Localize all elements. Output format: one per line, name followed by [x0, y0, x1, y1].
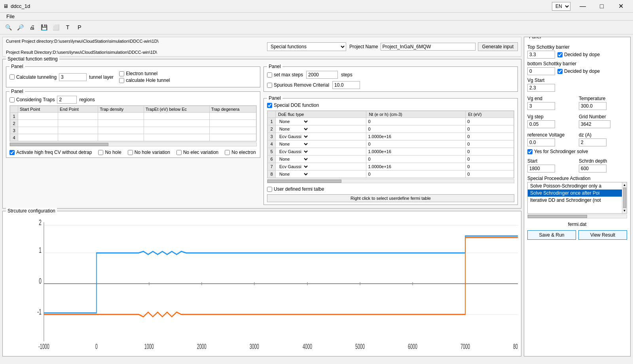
doe-nt-cell[interactable]: 0 — [366, 140, 466, 148]
no-hole-variation-checkbox[interactable] — [128, 150, 133, 155]
trap-deg-cell[interactable] — [209, 127, 256, 134]
no-electron-checkbox[interactable] — [225, 150, 230, 155]
calculate-tunneling-check[interactable]: Calculate tunneling — [9, 74, 57, 80]
doe-type-cell[interactable]: None Ecv Gaussi — [276, 118, 366, 125]
doe-nt-cell[interactable]: 1.0000e+16 — [366, 133, 466, 140]
doe-type-select[interactable]: None Ecv Gaussi — [277, 133, 309, 140]
doe-type-cell[interactable]: None Ecv Gaussi — [276, 133, 366, 140]
special-functions-dropdown[interactable]: Special functions — [267, 42, 346, 51]
minimize-button[interactable]: — — [574, 1, 592, 12]
electron-tunnel-checkbox[interactable] — [119, 71, 124, 76]
calc-hole-tunnel-checkbox[interactable] — [119, 78, 124, 83]
doe-type-cell[interactable]: None Ecv Gaussi — [276, 171, 366, 178]
scroll-up-icon[interactable]: ▲ — [623, 183, 626, 187]
start-point-cell[interactable] — [18, 127, 58, 134]
dz-input[interactable] — [579, 138, 606, 146]
proc-item-2[interactable]: Solve Schrodinger once after Poi — [528, 190, 627, 197]
start-point-cell[interactable] — [18, 113, 58, 120]
no-elec-variation-check[interactable]: No elec variation — [176, 150, 218, 155]
traps-regions-input[interactable] — [57, 96, 77, 104]
doe-type-select[interactable]: None Ecv Gaussi — [277, 118, 309, 125]
end-point-cell[interactable] — [58, 127, 98, 134]
spurious-check[interactable]: Spurious Remove Criterial — [267, 82, 329, 88]
doe-nt-cell[interactable]: 0 — [366, 118, 466, 125]
zoom-out-button[interactable]: 🔎 — [15, 22, 25, 32]
calculate-tunneling-checkbox[interactable] — [9, 74, 15, 80]
doe-nt-cell[interactable]: 0 — [366, 171, 466, 178]
tunnel-layer-input[interactable] — [59, 73, 87, 81]
doe-et-cell[interactable]: 0 — [466, 163, 514, 171]
electron-tunnel-check[interactable]: Electron tunnel — [119, 71, 170, 76]
trap-density-cell[interactable] — [98, 113, 144, 120]
doe-type-select[interactable]: None Ecv Gaussi — [277, 156, 309, 162]
view-result-button[interactable]: View Result — [578, 230, 627, 240]
considering-traps-checkbox[interactable] — [9, 97, 15, 102]
text-button[interactable]: T — [63, 22, 73, 32]
menu-file[interactable]: File — [3, 12, 18, 21]
trap-deg-cell[interactable] — [209, 113, 256, 120]
traps-scrollbar[interactable] — [9, 142, 257, 146]
project-name-input[interactable] — [381, 43, 476, 51]
user-fermi-check[interactable]: User defined fermi talbe — [267, 186, 324, 192]
procedure-listbox[interactable]: Solve Poisson-Schrodinger only a Solve S… — [527, 182, 627, 214]
doe-nt-cell[interactable]: 1.0000e+16 — [366, 163, 466, 171]
doe-nt-cell[interactable]: 1.0000e+16 — [366, 148, 466, 155]
schrodinger-check[interactable]: Yes for Schrodinger solve — [527, 149, 627, 154]
doe-type-select[interactable]: None Ecv Gaussi — [277, 171, 309, 177]
trap-et-cell[interactable] — [144, 127, 209, 134]
language-select[interactable]: EN — [552, 2, 570, 11]
no-hole-variation-check[interactable]: No hole variation — [128, 150, 170, 155]
bottom-schottky-input[interactable] — [527, 67, 555, 75]
proc-scrollbar-h[interactable] — [527, 214, 627, 218]
top-decided-check[interactable]: Decided by dope — [557, 52, 600, 57]
user-fermi-checkbox[interactable] — [267, 187, 272, 192]
doe-type-select[interactable]: None Ecv Gaussi — [277, 148, 309, 155]
trap-density-cell[interactable] — [98, 127, 144, 134]
doe-scrollbar[interactable] — [267, 179, 514, 183]
doe-type-cell[interactable]: None Ecv Gaussi — [276, 148, 366, 155]
view-button[interactable]: ⬜ — [51, 22, 61, 32]
considering-traps-check[interactable]: Considering Traps — [9, 97, 55, 102]
trap-et-cell[interactable] — [144, 113, 209, 120]
set-max-steps-checkbox[interactable] — [267, 72, 272, 78]
doe-et-cell[interactable]: 0 — [466, 171, 514, 178]
steps-input[interactable] — [306, 71, 338, 79]
save-run-button[interactable]: Save & Run — [527, 230, 576, 240]
doe-et-cell[interactable]: 0 — [466, 125, 514, 133]
special-doe-check[interactable]: Special DOE function — [267, 102, 514, 108]
proc-item-3[interactable]: Iterative DD and Schrodinger (not — [528, 197, 627, 204]
top-schottky-input[interactable] — [527, 51, 555, 59]
trap-density-cell[interactable] — [98, 134, 144, 141]
ref-voltage-input[interactable] — [527, 138, 555, 146]
activate-high-freq-check[interactable]: Activate high freq CV without detrap — [9, 150, 92, 155]
no-hole-checkbox[interactable] — [98, 150, 103, 155]
print-button[interactable]: 🖨 — [27, 22, 37, 32]
doe-type-cell[interactable]: None Ecv Gaussi — [276, 140, 366, 148]
doe-type-select[interactable]: None Ecv Gaussi — [277, 141, 309, 147]
temperature-input[interactable] — [579, 102, 606, 110]
end-point-cell[interactable] — [58, 134, 98, 141]
trap-et-cell[interactable] — [144, 120, 209, 127]
set-max-steps-check[interactable]: set max steps — [267, 72, 303, 78]
right-click-fermi-button[interactable]: Right click to select userdefine fermi t… — [267, 194, 514, 202]
spurious-checkbox[interactable] — [267, 83, 272, 88]
special-doe-checkbox[interactable] — [267, 103, 272, 108]
trap-deg-cell[interactable] — [209, 120, 256, 127]
doe-type-select[interactable]: None Ecv Gaussi — [277, 126, 309, 132]
vg-start-input[interactable] — [527, 84, 555, 92]
doe-type-cell[interactable]: None Ecv Gaussi — [276, 125, 366, 133]
activate-high-freq-checkbox[interactable] — [9, 150, 15, 155]
no-elec-variation-checkbox[interactable] — [176, 150, 182, 155]
grid-number-input[interactable] — [579, 120, 610, 128]
spurious-value-input[interactable] — [332, 81, 360, 89]
no-electron-check[interactable]: No electron — [225, 150, 256, 155]
trap-density-cell[interactable] — [98, 120, 144, 127]
generate-input-button[interactable]: Generate input — [478, 42, 518, 51]
trap-et-cell[interactable] — [144, 134, 209, 141]
doe-type-cell[interactable]: None Ecv Gaussi — [276, 163, 366, 171]
proc-item-1[interactable]: Solve Poisson-Schrodinger only a — [528, 182, 627, 190]
schrodinger-checkbox[interactable] — [527, 149, 533, 154]
doe-et-cell[interactable]: 0 — [466, 118, 514, 125]
no-hole-check[interactable]: No hole — [98, 150, 121, 155]
doe-et-cell[interactable]: 0 — [466, 148, 514, 155]
